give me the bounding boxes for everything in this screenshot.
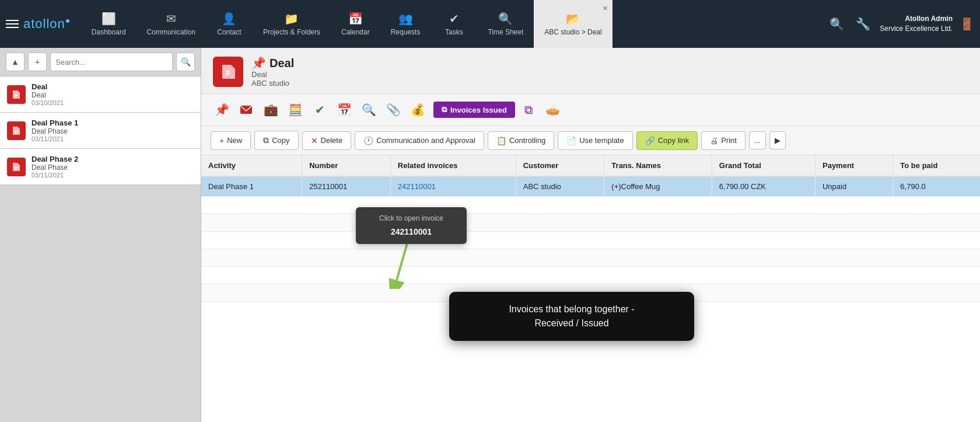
controlling-button[interactable]: 📋 Controlling — [488, 131, 554, 150]
deal-phase-1-icon: P — [7, 121, 26, 140]
nav-label-requests: Requests — [391, 28, 421, 36]
nav-item-communication[interactable]: ✉ Communication — [136, 0, 206, 48]
table-header-row: Activity Number Related invoices Custome… — [201, 155, 980, 176]
calendar-icon: 📅 — [348, 12, 363, 26]
header-type: Deal — [251, 70, 294, 79]
tooltip-box: Click to open invoice 242110001 — [356, 207, 467, 244]
magnify-toolbar-icon[interactable]: 🔍 — [358, 99, 380, 121]
nav-item-dashboard[interactable]: ⬜ Dashboard — [81, 0, 136, 48]
icon-toolbar: 📌 💼 🧮 ✔ 📅 🔍 📎 💰 ⧉ Invoices Issued ⧉ 🥧 — [201, 93, 980, 126]
hamburger-menu[interactable] — [6, 20, 19, 28]
tools-icon[interactable]: 🔧 — [853, 15, 873, 33]
copy-link-button[interactable]: 🔗 Copy link — [636, 131, 698, 150]
nav-item-timesheet[interactable]: 🔍 Time Sheet — [477, 0, 534, 48]
nav-item-calendar[interactable]: 📅 Calendar — [331, 0, 380, 48]
calculator-toolbar-icon[interactable]: 🧮 — [284, 99, 306, 121]
nav-item-projects-folders[interactable]: 📁 Projects & Folders — [253, 0, 331, 48]
nav-item-contact[interactable]: 👤 Contact — [206, 0, 253, 48]
next-button[interactable]: ▶ — [769, 131, 786, 149]
left-toolbar: ▲ + 🔍 — [0, 48, 201, 76]
svg-text:P: P — [15, 166, 18, 171]
comm-icon: 🕐 — [363, 136, 373, 145]
coins-toolbar-icon[interactable]: 💰 — [407, 99, 429, 121]
deal-phase-2-icon: P — [7, 158, 26, 176]
user-info[interactable]: Atollon Admin Service Excellence Ltd. — [880, 14, 953, 34]
dashboard-icon: ⬜ — [102, 12, 116, 26]
table-row-empty-3 — [201, 232, 980, 249]
col-activity: Activity — [201, 155, 302, 176]
briefcase-toolbar-icon[interactable]: 💼 — [260, 99, 282, 121]
collapse-button[interactable]: ▲ — [6, 53, 24, 71]
paperclip-toolbar-icon[interactable]: 📎 — [382, 99, 404, 121]
sidebar-item-deal[interactable]: P Deal Deal 03/10/2021 — [0, 76, 201, 113]
pie-chart-icon[interactable]: 🥧 — [542, 99, 564, 121]
cell-related-invoices[interactable]: 242110001 — [390, 176, 516, 197]
search-button[interactable]: 🔍 — [176, 53, 195, 71]
deal-item-sub: Deal — [32, 91, 194, 99]
table-row-empty-5 — [201, 267, 980, 284]
deal-phase-1-title: Deal Phase 1 — [32, 118, 194, 127]
col-grand-total: Grand Total — [712, 155, 815, 176]
close-tab-icon[interactable]: ✕ — [603, 5, 608, 12]
deal-phase-2-sub: Deal Phase — [32, 163, 194, 172]
link-label: Copy link — [658, 136, 689, 145]
pin-toolbar-icon[interactable]: 📌 — [211, 99, 233, 121]
search-icon[interactable]: 🔍 — [827, 15, 846, 33]
cell-customer: ABC studio — [516, 176, 604, 197]
col-customer: Customer — [516, 155, 604, 176]
search-input[interactable] — [50, 53, 173, 71]
cell-payment: Unpaid — [815, 176, 892, 197]
checklist-toolbar-icon[interactable]: ✔ — [309, 99, 331, 121]
print-button[interactable]: 🖨 Print — [701, 131, 746, 150]
more-button[interactable]: ... — [749, 131, 766, 149]
delete-button[interactable]: ✕ Delete — [302, 131, 352, 150]
pin-icon: 📌 — [251, 56, 266, 70]
comm-approval-button[interactable]: 🕐 Communication and Approval — [355, 131, 484, 150]
nav-label-tasks: Tasks — [445, 28, 463, 36]
nav-item-tasks[interactable]: ✔ Tasks — [430, 0, 477, 48]
left-panel: ▲ + 🔍 P Deal Deal 03/10/2021 P — [0, 48, 201, 422]
cell-number: 252110001 — [302, 176, 391, 197]
svg-text:P: P — [15, 130, 18, 135]
tooltip-title: Click to open invoice — [365, 213, 457, 224]
invoice-link[interactable]: 242110001 — [398, 182, 436, 191]
top-navigation: atollon° ⬜ Dashboard ✉ Communication 👤 C… — [0, 0, 980, 48]
invoices-issued-button[interactable]: ⧉ Invoices Issued — [433, 102, 515, 118]
invoice-tooltip: Click to open invoice 242110001 — [356, 207, 467, 244]
logout-icon[interactable]: 🚪 — [960, 17, 974, 31]
sidebar-list: P Deal Deal 03/10/2021 P Deal Phase 1 De… — [0, 76, 201, 422]
timesheet-icon: 🔍 — [498, 12, 513, 26]
controlling-label: Controlling — [509, 136, 545, 145]
col-payment: Payment — [815, 155, 892, 176]
calendar-toolbar-icon[interactable]: 📅 — [333, 99, 355, 121]
nav-label-projects: Projects & Folders — [263, 28, 320, 36]
add-button[interactable]: + — [28, 53, 47, 71]
main-content: P 📌 Deal Deal ABC studio 📌 💼 — [201, 48, 980, 422]
copy-icon-toolbar[interactable]: ⧉ — [517, 99, 540, 121]
copy-button[interactable]: ⧉ Copy — [254, 131, 298, 150]
use-template-button[interactable]: 📄 Use template — [558, 131, 633, 150]
invoices-table: Activity Number Related invoices Custome… — [201, 155, 980, 302]
black-tooltip: Invoices that belong together -Received … — [449, 292, 694, 341]
controlling-icon: 📋 — [496, 136, 506, 145]
invoices-issued-icon: ⧉ — [442, 105, 447, 114]
user-name: Atollon Admin — [880, 14, 953, 24]
nav-label-calendar: Calendar — [341, 28, 370, 36]
header-company: ABC studio — [251, 79, 294, 88]
logo-area[interactable]: atollon° — [6, 16, 69, 32]
sidebar-item-deal-phase-2[interactable]: P Deal Phase 2 Deal Phase 03/11/2021 — [0, 149, 201, 185]
nav-item-abc-deal[interactable]: 📂 ABC studio > Deal ✕ — [534, 0, 612, 48]
sidebar-item-deal-phase-1[interactable]: P Deal Phase 1 Deal Phase 03/11/2021 — [0, 113, 201, 149]
copy-label: Copy — [272, 136, 289, 145]
email-toolbar-icon[interactable] — [235, 99, 257, 121]
new-icon: + — [219, 136, 224, 145]
link-icon: 🔗 — [645, 136, 655, 145]
deal-phase-2-date: 03/11/2021 — [32, 172, 194, 179]
deal-main-icon: P — [213, 57, 243, 87]
new-button[interactable]: + New — [211, 131, 251, 150]
logo-text: atollon° — [23, 16, 69, 32]
nav-item-requests[interactable]: 👥 Requests — [380, 0, 431, 48]
table-row-empty-4 — [201, 249, 980, 267]
copy-btn-icon: ⧉ — [263, 135, 269, 145]
template-label: Use template — [579, 136, 624, 145]
